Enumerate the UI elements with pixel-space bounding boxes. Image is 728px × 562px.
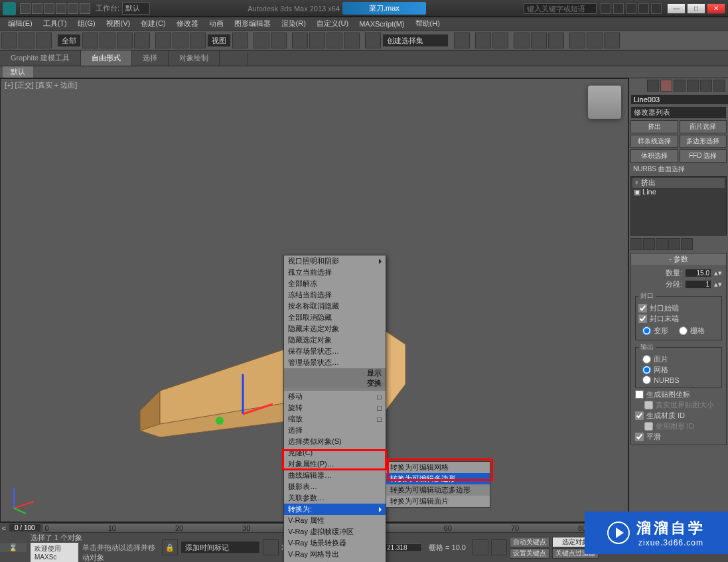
mod-vol-select-button[interactable]: 体积选择 [630, 149, 678, 163]
z-coord-input[interactable] [385, 543, 422, 552]
modifier-list-dropdown[interactable]: 修改器列表 [630, 106, 727, 119]
pivot-icon[interactable] [232, 33, 248, 48]
cm-select[interactable]: 选择 [284, 425, 386, 436]
show-end-result-icon[interactable] [643, 238, 655, 250]
mod-poly-select-button[interactable]: 多边形选择 [680, 135, 727, 148]
segments-spinner[interactable] [685, 280, 711, 289]
bind-icon[interactable] [36, 33, 52, 48]
frame-indicator[interactable]: 0 / 100 [9, 524, 40, 531]
make-unique-icon[interactable] [656, 238, 668, 250]
lock-selection-icon[interactable]: 🔒 [162, 539, 178, 555]
qat-undo-icon[interactable] [56, 3, 66, 14]
favorite-icon[interactable] [638, 3, 649, 14]
stack-line[interactable]: ▣ Line [632, 188, 725, 196]
selection-filter-dropdown[interactable]: 全部 [57, 34, 81, 47]
menu-group[interactable]: 组(G) [72, 17, 101, 30]
rotate-icon[interactable] [173, 33, 188, 48]
qat-link-icon[interactable] [80, 3, 90, 14]
select-rect-icon[interactable] [117, 33, 133, 48]
gen-mapping-check[interactable] [635, 390, 644, 399]
keyboard-icon[interactable] [271, 33, 287, 48]
output-mesh-radio[interactable] [642, 366, 651, 374]
select-name-icon[interactable] [100, 33, 115, 48]
menu-create[interactable]: 创建(C) [135, 17, 171, 30]
qat-open-icon[interactable] [32, 3, 42, 14]
menu-render[interactable]: 渲染(R) [276, 17, 311, 30]
menu-graph[interactable]: 图形编辑器 [229, 17, 276, 30]
cm-viewport-lighting[interactable]: 视口照明和阴影 [284, 255, 386, 267]
help-search-input[interactable] [524, 3, 597, 14]
named-sel-sets-icon[interactable] [365, 33, 381, 48]
ribbon-tab-graphite[interactable]: Graphite 建模工具 [0, 50, 81, 66]
selection-lock-icon[interactable] [491, 539, 507, 555]
remove-modifier-icon[interactable] [668, 238, 680, 250]
ref-coord-dropdown[interactable]: 视图 [207, 34, 231, 47]
time-slider-left-icon[interactable]: < [0, 524, 8, 532]
ribbon-tab-freeform[interactable]: 自由形式 [81, 50, 132, 66]
cm-curve-editor[interactable]: 曲线编辑器… [284, 470, 386, 481]
output-nurbs-radio[interactable] [642, 376, 651, 384]
configure-sets-icon[interactable] [681, 238, 693, 250]
minimize-button[interactable]: — [667, 3, 686, 14]
menu-animation[interactable]: 动画 [204, 17, 229, 30]
viewport-label[interactable]: [+] [正交] [真实 + 边面] [5, 80, 77, 90]
menu-tools[interactable]: 工具(T) [38, 17, 72, 30]
cap-end-check[interactable] [638, 315, 647, 323]
cm-unhide-by-name[interactable]: 按名称取消隐藏 [284, 301, 386, 312]
cm-clone[interactable]: 克隆(C) [284, 447, 386, 458]
create-tab-icon[interactable] [647, 80, 659, 92]
mod-nurbs-row[interactable]: NURBS 曲面选择 [629, 164, 728, 175]
pin-stack-icon[interactable] [630, 238, 642, 250]
sm-editable-poly[interactable]: 转换为可编辑多边形 [386, 473, 490, 484]
cm-hide-selection[interactable]: 隐藏选定对象 [284, 334, 386, 346]
material-editor-icon[interactable] [548, 33, 564, 48]
display-tab-icon[interactable] [700, 80, 712, 92]
output-patch-radio[interactable] [642, 355, 651, 364]
ribbon-tab-selection[interactable]: 选择 [132, 50, 169, 66]
rendered-frame-icon[interactable] [587, 33, 603, 48]
cm-freeze-selection[interactable]: 冻结当前选择 [284, 289, 386, 301]
cm-rotate[interactable]: 旋转□ [284, 402, 386, 413]
hierarchy-tab-icon[interactable] [674, 80, 686, 92]
menu-edit[interactable]: 编辑(E) [3, 17, 38, 30]
auto-key-button[interactable]: 自动关键点 [510, 537, 549, 547]
cap-start-check[interactable] [638, 304, 647, 313]
cm-unfreeze-all[interactable]: 全部解冻 [284, 278, 386, 289]
help-icon[interactable] [651, 3, 662, 14]
menu-maxscript[interactable]: MAXScript(M) [354, 19, 409, 29]
cm-convert-to[interactable]: 转换为: [284, 504, 386, 515]
stack-extrude[interactable]: ♀ 挤出 [632, 178, 725, 188]
mod-ffd-select-button[interactable]: FFD 选择 [680, 149, 727, 163]
maxscript-listener[interactable]: 欢迎使用 MAXSc [31, 543, 78, 562]
viewport[interactable]: [+] [正交] [真实 + 边面] 视口照明和阴影 孤立当前选择 全部 [0, 78, 628, 522]
cm-unhide-all[interactable]: 全部取消隐藏 [284, 312, 386, 323]
subscription-icon[interactable] [613, 3, 624, 14]
menu-modifiers[interactable]: 修改器 [171, 17, 204, 30]
add-time-tag[interactable]: 添加时间标记 [181, 541, 260, 554]
spinner-arrows-icon[interactable]: ▴▾ [714, 280, 722, 289]
cm-save-scene-state[interactable]: 保存场景状态… [284, 346, 386, 357]
help-search[interactable] [524, 3, 597, 14]
cm-vray-mesh-export[interactable]: V-Ray 网格导出 [284, 549, 386, 560]
render-setup-icon[interactable] [569, 33, 585, 48]
workspace-value[interactable]: 默认 [122, 2, 150, 15]
spinner-arrows-icon[interactable]: ▴▾ [714, 269, 722, 277]
motion-tab-icon[interactable] [687, 80, 699, 92]
align-icon[interactable] [475, 33, 491, 48]
sm-editable-mesh[interactable]: 转换为可编辑网格 [386, 462, 490, 473]
qat-new-icon[interactable] [20, 3, 31, 14]
snap-3d-icon[interactable] [292, 33, 308, 48]
object-name-input[interactable] [630, 94, 728, 105]
utilities-tab-icon[interactable] [713, 80, 725, 92]
parameters-header[interactable]: - 参数 [631, 253, 726, 265]
amount-spinner[interactable] [685, 269, 711, 277]
cm-manage-scene-state[interactable]: 管理场景状态… [284, 357, 386, 368]
gen-matid-check[interactable] [635, 411, 644, 420]
modifier-stack[interactable]: ♀ 挤出 ▣ Line [630, 176, 727, 236]
close-button[interactable]: ✕ [707, 3, 725, 14]
select-icon[interactable] [82, 33, 98, 48]
mod-patch-select-button[interactable]: 面片选择 [680, 120, 727, 133]
mirror-icon[interactable] [454, 33, 470, 48]
menu-views[interactable]: 视图(V) [101, 17, 136, 30]
mod-spline-select-button[interactable]: 样条线选择 [630, 135, 678, 148]
